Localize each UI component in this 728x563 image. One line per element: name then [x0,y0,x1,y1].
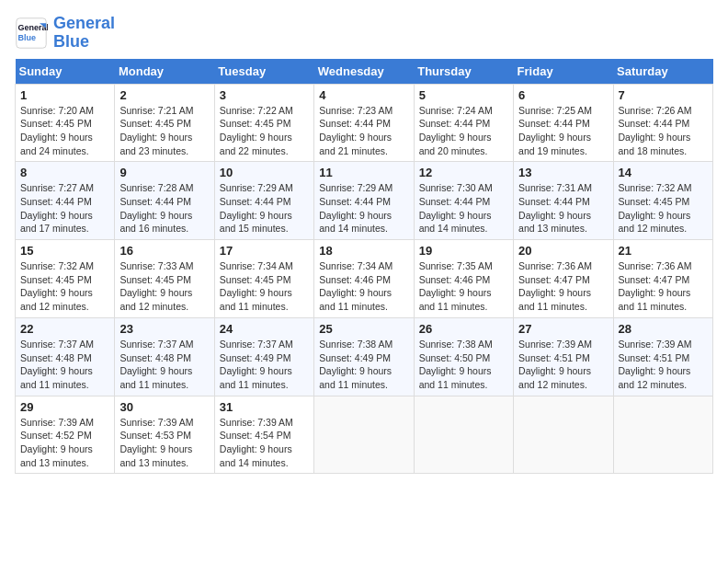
calendar-week-row: 15Sunrise: 7:32 AM Sunset: 4:45 PM Dayli… [16,240,713,318]
day-number: 2 [119,88,209,102]
weekday-header-cell: Tuesday [214,59,313,85]
day-info: Sunrise: 7:21 AM Sunset: 4:45 PM Dayligh… [119,104,209,158]
day-info: Sunrise: 7:31 AM Sunset: 4:44 PM Dayligh… [518,181,608,236]
calendar-day-cell: 15Sunrise: 7:32 AM Sunset: 4:45 PM Dayli… [16,240,115,318]
day-number: 29 [20,400,109,414]
day-number: 16 [119,244,209,258]
calendar-day-cell: 11Sunrise: 7:29 AM Sunset: 4:44 PM Dayli… [314,162,414,240]
calendar-day-cell: 20Sunrise: 7:36 AM Sunset: 4:47 PM Dayli… [514,240,613,318]
day-info: Sunrise: 7:39 AM Sunset: 4:51 PM Dayligh… [619,338,708,392]
calendar-day-cell: 4Sunrise: 7:23 AM Sunset: 4:44 PM Daylig… [314,84,414,162]
logo: General Blue GeneralBlue [15,15,115,52]
calendar-day-cell: 9Sunrise: 7:28 AM Sunset: 4:44 PM Daylig… [115,162,214,240]
day-info: Sunrise: 7:26 AM Sunset: 4:44 PM Dayligh… [619,104,708,158]
day-number: 7 [619,88,708,102]
day-info: Sunrise: 7:36 AM Sunset: 4:47 PM Dayligh… [518,259,608,314]
day-number: 21 [619,244,708,258]
day-number: 11 [319,166,408,179]
calendar-day-cell: 25Sunrise: 7:38 AM Sunset: 4:49 PM Dayli… [314,317,414,396]
calendar-day-cell: 17Sunrise: 7:34 AM Sunset: 4:45 PM Dayli… [214,240,313,318]
calendar-table: SundayMondayTuesdayWednesdayThursdayFrid… [15,59,713,475]
day-number: 26 [419,322,508,336]
calendar-day-cell: 22Sunrise: 7:37 AM Sunset: 4:48 PM Dayli… [16,317,115,396]
logo-text: GeneralBlue [53,15,115,52]
calendar-day-cell: 2Sunrise: 7:21 AM Sunset: 4:45 PM Daylig… [115,84,214,162]
weekday-header-cell: Monday [115,59,214,85]
calendar-day-cell: 13Sunrise: 7:31 AM Sunset: 4:44 PM Dayli… [514,162,613,240]
calendar-day-cell: 23Sunrise: 7:37 AM Sunset: 4:48 PM Dayli… [115,317,214,396]
day-number: 10 [220,166,309,179]
day-number: 9 [119,166,209,179]
calendar-day-cell: 1Sunrise: 7:20 AM Sunset: 4:45 PM Daylig… [16,84,115,162]
day-number: 12 [419,166,508,179]
weekday-header-cell: Friday [514,59,613,85]
day-info: Sunrise: 7:37 AM Sunset: 4:49 PM Dayligh… [220,338,309,392]
day-info: Sunrise: 7:23 AM Sunset: 4:44 PM Dayligh… [319,104,408,158]
calendar-day-cell: 12Sunrise: 7:30 AM Sunset: 4:44 PM Dayli… [414,162,513,240]
day-info: Sunrise: 7:32 AM Sunset: 4:45 PM Dayligh… [20,259,109,314]
day-info: Sunrise: 7:38 AM Sunset: 4:49 PM Dayligh… [319,338,408,392]
calendar-day-cell: 31Sunrise: 7:39 AM Sunset: 4:54 PM Dayli… [214,396,313,474]
day-info: Sunrise: 7:34 AM Sunset: 4:46 PM Dayligh… [319,259,408,314]
day-number: 13 [518,166,608,179]
day-info: Sunrise: 7:36 AM Sunset: 4:47 PM Dayligh… [619,259,708,314]
day-info: Sunrise: 7:22 AM Sunset: 4:45 PM Dayligh… [220,104,309,158]
day-info: Sunrise: 7:37 AM Sunset: 4:48 PM Dayligh… [119,338,209,392]
day-info: Sunrise: 7:34 AM Sunset: 4:45 PM Dayligh… [220,259,309,314]
day-number: 4 [319,88,408,102]
calendar-day-cell: 27Sunrise: 7:39 AM Sunset: 4:51 PM Dayli… [514,317,613,396]
day-info: Sunrise: 7:33 AM Sunset: 4:45 PM Dayligh… [119,259,209,314]
calendar-day-cell: 3Sunrise: 7:22 AM Sunset: 4:45 PM Daylig… [214,84,313,162]
day-number: 30 [119,400,209,414]
weekday-header-cell: Saturday [613,59,712,85]
day-number: 27 [518,322,608,336]
day-info: Sunrise: 7:38 AM Sunset: 4:50 PM Dayligh… [419,338,508,392]
day-info: Sunrise: 7:37 AM Sunset: 4:48 PM Dayligh… [20,338,109,392]
day-number: 3 [220,88,309,102]
day-info: Sunrise: 7:29 AM Sunset: 4:44 PM Dayligh… [319,181,408,236]
svg-text:Blue: Blue [18,33,37,42]
day-number: 28 [619,322,708,336]
day-number: 17 [220,244,309,258]
day-number: 14 [619,166,708,179]
calendar-day-cell: 10Sunrise: 7:29 AM Sunset: 4:44 PM Dayli… [214,162,313,240]
day-number: 15 [20,244,109,258]
day-number: 8 [20,166,109,179]
logo-icon: General Blue [15,17,48,50]
page-header: General Blue GeneralBlue [15,15,713,52]
calendar-week-row: 22Sunrise: 7:37 AM Sunset: 4:48 PM Dayli… [16,317,713,396]
day-info: Sunrise: 7:29 AM Sunset: 4:44 PM Dayligh… [220,181,309,236]
calendar-day-cell: 5Sunrise: 7:24 AM Sunset: 4:44 PM Daylig… [414,84,513,162]
calendar-day-cell: 16Sunrise: 7:33 AM Sunset: 4:45 PM Dayli… [115,240,214,318]
day-number: 20 [518,244,608,258]
day-number: 24 [220,322,309,336]
day-number: 22 [20,322,109,336]
day-info: Sunrise: 7:39 AM Sunset: 4:54 PM Dayligh… [220,416,309,470]
day-info: Sunrise: 7:32 AM Sunset: 4:45 PM Dayligh… [619,181,708,236]
calendar-day-cell: 8Sunrise: 7:27 AM Sunset: 4:44 PM Daylig… [16,162,115,240]
calendar-day-cell: 26Sunrise: 7:38 AM Sunset: 4:50 PM Dayli… [414,317,513,396]
day-number: 23 [119,322,209,336]
day-info: Sunrise: 7:28 AM Sunset: 4:44 PM Dayligh… [119,181,209,236]
calendar-week-row: 1Sunrise: 7:20 AM Sunset: 4:45 PM Daylig… [16,84,713,162]
day-number: 1 [20,88,109,102]
day-number: 5 [419,88,508,102]
day-info: Sunrise: 7:25 AM Sunset: 4:44 PM Dayligh… [518,104,608,158]
calendar-day-cell: 6Sunrise: 7:25 AM Sunset: 4:44 PM Daylig… [514,84,613,162]
calendar-day-cell: 21Sunrise: 7:36 AM Sunset: 4:47 PM Dayli… [613,240,712,318]
calendar-day-cell: 14Sunrise: 7:32 AM Sunset: 4:45 PM Dayli… [613,162,712,240]
day-number: 31 [220,400,309,414]
calendar-week-row: 29Sunrise: 7:39 AM Sunset: 4:52 PM Dayli… [16,396,713,474]
day-number: 6 [518,88,608,102]
day-number: 25 [319,322,408,336]
calendar-day-cell: 7Sunrise: 7:26 AM Sunset: 4:44 PM Daylig… [613,84,712,162]
day-info: Sunrise: 7:39 AM Sunset: 4:53 PM Dayligh… [119,416,209,470]
calendar-day-cell [414,396,513,474]
day-info: Sunrise: 7:39 AM Sunset: 4:51 PM Dayligh… [518,338,608,392]
day-info: Sunrise: 7:30 AM Sunset: 4:44 PM Dayligh… [419,181,508,236]
calendar-day-cell: 30Sunrise: 7:39 AM Sunset: 4:53 PM Dayli… [115,396,214,474]
calendar-day-cell: 29Sunrise: 7:39 AM Sunset: 4:52 PM Dayli… [16,396,115,474]
weekday-header-cell: Wednesday [314,59,414,85]
weekday-header-row: SundayMondayTuesdayWednesdayThursdayFrid… [16,59,713,85]
calendar-day-cell: 28Sunrise: 7:39 AM Sunset: 4:51 PM Dayli… [613,317,712,396]
